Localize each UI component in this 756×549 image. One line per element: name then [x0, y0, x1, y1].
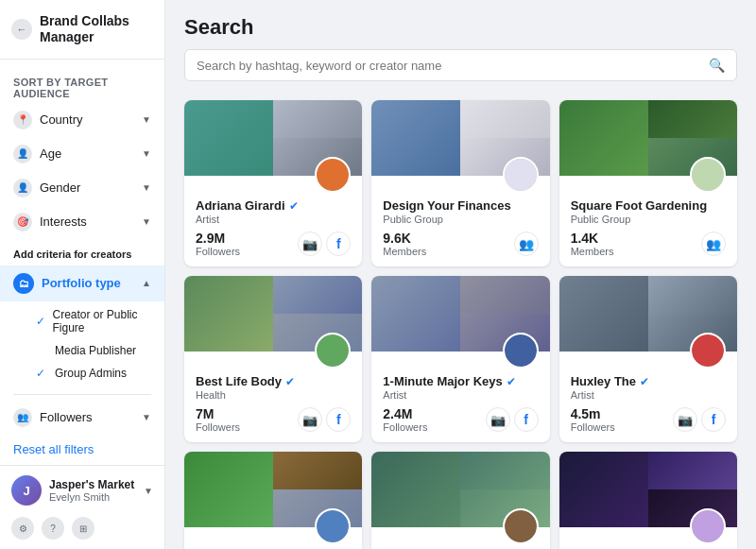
card-name: Square Foot Gardening — [571, 198, 707, 213]
card-type: Artist — [196, 214, 351, 225]
card-name-row: Best Life Body ✔ — [196, 374, 351, 388]
card-body: Huxley The ✔ Artist 4.5m Followers 📷f — [559, 357, 737, 442]
chevron-down-icon: ▼ — [142, 182, 151, 193]
card-adriana-girardi[interactable]: Adriana Girardi ✔ Artist 2.9M Followers … — [184, 100, 362, 266]
card-count-label: Followers — [196, 421, 240, 433]
card-1-minute-major-keys[interactable]: 1-Minute Major Keys ✔ Artist 2.4M Follow… — [371, 276, 549, 442]
sub-item-group-label: Group Admins — [55, 367, 127, 380]
user-sub: Evelyn Smith — [49, 491, 136, 503]
footer-chevron-icon[interactable]: ▼ — [144, 486, 153, 496]
card-design-your-finances[interactable]: Design Your Finances Public Group 9.6K M… — [371, 100, 549, 266]
card-image-rt — [648, 100, 737, 138]
card-image-rt — [273, 276, 362, 314]
facebook-icon[interactable]: f — [326, 407, 351, 432]
card-image-rt — [460, 276, 549, 314]
card-body: Design Your Finances Public Group 9.6K M… — [371, 181, 549, 266]
filter-age[interactable]: 👤 Age ▼ — [0, 137, 164, 171]
card-huxley-the[interactable]: Huxley The ✔ Artist 4.5m Followers 📷f — [559, 276, 737, 442]
sort-section-label: Sort by target audience — [0, 69, 164, 103]
group-platform-icon[interactable]: 👥 — [514, 232, 539, 256]
card-images — [559, 100, 737, 176]
card-body: Adriana Girardi ✔ Artist 2.9M Followers … — [184, 181, 362, 266]
card-images — [371, 276, 549, 352]
card-dj-full-house[interactable]: DJ Full House Musician 600K Followers 📷 — [559, 452, 737, 549]
card-tyler-the-plant-wrangler[interactable]: Tyler the Plant Wrangler Home & Garden 1… — [371, 452, 549, 549]
card-avatar — [503, 508, 539, 544]
avatar-img — [505, 159, 537, 191]
filter-interests[interactable]: 🎯 Interests ▼ — [0, 205, 164, 239]
card-count: 2.9M — [196, 231, 240, 246]
followers-icon: 👥 — [13, 408, 32, 427]
page-title: Search — [184, 15, 737, 40]
search-input[interactable] — [197, 59, 701, 73]
grid-icon[interactable]: ⊞ — [72, 517, 94, 540]
sub-item-creator[interactable]: ✓ Creator or Public Figure — [0, 303, 164, 339]
back-button[interactable]: ← — [11, 19, 32, 40]
avatar-img — [317, 510, 349, 542]
filter-gender[interactable]: 👤 Gender ▼ — [0, 171, 164, 205]
user-name: Jasper's Market — [49, 478, 136, 491]
avatar-img — [505, 510, 537, 542]
avatar-img — [692, 159, 724, 191]
location-icon: 📍 — [13, 111, 32, 129]
card-avatar — [503, 333, 539, 369]
card-image-left — [184, 452, 273, 527]
search-bar: 🔍 — [184, 49, 737, 81]
chevron-up-icon: ▲ — [142, 278, 151, 288]
card-body: 1-Minute Major Keys ✔ Artist 2.4M Follow… — [371, 357, 549, 442]
sub-item-creator-label: Creator or Public Figure — [52, 308, 151, 335]
divider — [13, 394, 151, 395]
instagram-icon[interactable]: 📷 — [673, 407, 697, 432]
card-images — [559, 276, 737, 352]
card-best-life-body[interactable]: Best Life Body ✔ Health 7M Followers 📷f — [184, 276, 362, 442]
card-image-rt — [273, 100, 362, 138]
card-stats: 4.5m Followers 📷f — [571, 406, 726, 433]
help-icon[interactable]: ? — [42, 517, 64, 540]
verified-badge: ✔ — [285, 375, 295, 388]
verified-badge: ✔ — [640, 375, 649, 388]
sub-item-group[interactable]: ✓ Group Admins — [0, 362, 164, 385]
main-content: Search 🔍 Adriana Girardi ✔ Artist — [165, 0, 756, 549]
filter-country[interactable]: 📍 Country ▼ — [0, 103, 164, 137]
card-count-label: Followers — [196, 246, 240, 257]
card-images — [371, 100, 549, 176]
card-image-left — [184, 276, 273, 352]
group-platform-icon[interactable]: 👥 — [701, 232, 726, 256]
card-count-label: Members — [571, 246, 614, 257]
portfolio-type-filter[interactable]: 🗂 Portfolio type ▲ — [0, 266, 164, 301]
avatar-img — [317, 335, 349, 367]
facebook-icon[interactable]: f — [701, 407, 726, 432]
instagram-icon[interactable]: 📷 — [298, 232, 322, 256]
facebook-icon[interactable]: f — [326, 232, 351, 256]
card-image-left — [559, 276, 648, 352]
card-name-row: Huxley The ✔ — [571, 374, 726, 388]
card-image-left — [371, 276, 460, 352]
card-type: Artist — [383, 389, 538, 401]
sub-item-media[interactable]: ✓ Media Publisher — [0, 339, 164, 362]
filter-gender-label: Gender — [40, 180, 80, 195]
card-type: Public Group — [571, 214, 726, 225]
sidebar-footer: J Jasper's Market Evelyn Smith ▼ ⚙ ? ⊞ — [0, 465, 164, 549]
facebook-icon[interactable]: f — [514, 407, 539, 432]
card-end-of-the-bench[interactable]: End of the Bench ✔ Sports 2.9M Followers… — [184, 452, 362, 549]
avatar-img — [505, 335, 537, 367]
instagram-icon[interactable]: 📷 — [486, 407, 510, 432]
card-count: 9.6K — [383, 231, 426, 246]
footer-icon-row: ⚙ ? ⊞ — [11, 517, 153, 540]
main-header: Search 🔍 — [165, 0, 756, 91]
card-count: 1.4K — [571, 231, 614, 246]
check-icon: ✓ — [36, 315, 46, 328]
card-name-row: Adriana Girardi ✔ — [196, 198, 351, 213]
card-count: 4.5m — [571, 406, 615, 421]
card-name: Huxley The — [571, 374, 636, 388]
reset-filters-link[interactable]: Reset all filters — [0, 435, 164, 464]
card-image-rt — [648, 276, 737, 314]
avatar-img — [692, 335, 724, 367]
card-image-left — [184, 100, 273, 176]
sidebar-header: ← Brand Collabs Manager — [0, 0, 164, 60]
instagram-icon[interactable]: 📷 — [298, 407, 322, 432]
card-square-foot-gardening[interactable]: Square Foot Gardening Public Group 1.4K … — [559, 100, 737, 266]
filter-followers[interactable]: 👥 Followers ▼ — [0, 401, 164, 435]
add-criteria-label: Add criteria for creators — [0, 239, 164, 266]
settings-icon[interactable]: ⚙ — [11, 517, 34, 540]
